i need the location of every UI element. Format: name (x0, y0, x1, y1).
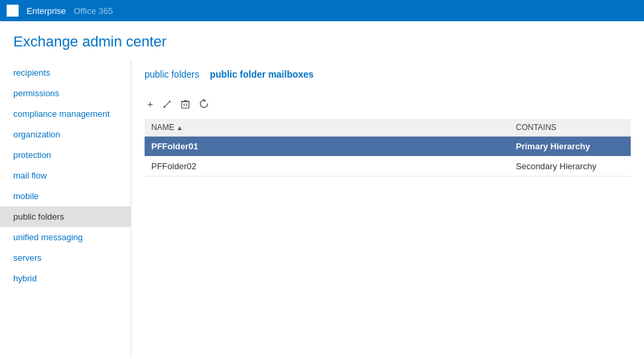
sidebar-item-hybrid[interactable]: hybrid (0, 268, 131, 289)
content-area: public folders public folder mailboxes + (131, 60, 644, 358)
table-header-row: NAME ▲ CONTAINS (145, 119, 631, 137)
table-row[interactable]: PFFolder01 Primary Hierarchy (145, 137, 631, 157)
sidebar-item-public-folders[interactable]: public folders (0, 206, 131, 227)
svg-rect-1 (13, 5, 18, 10)
sidebar-item-protection[interactable]: protection (0, 145, 131, 165)
sidebar-item-permissions[interactable]: permissions (0, 83, 131, 104)
svg-rect-3 (13, 11, 18, 16)
topbar: Enterprise Office 365 (0, 0, 644, 21)
column-header-contains[interactable]: CONTAINS (509, 119, 631, 137)
refresh-button[interactable] (196, 98, 212, 110)
toolbar: + (145, 88, 631, 116)
sidebar-item-organization[interactable]: organization (0, 124, 131, 145)
svg-rect-4 (182, 102, 189, 108)
svg-rect-0 (7, 5, 12, 10)
sidebar-item-recipients[interactable]: recipients (0, 62, 131, 83)
sort-arrow-icon: ▲ (176, 124, 183, 131)
topbar-office365: Office 365 (74, 6, 113, 16)
sidebar-item-mobile[interactable]: mobile (0, 186, 131, 206)
sidebar-item-mail-flow[interactable]: mail flow (0, 165, 131, 186)
add-button[interactable]: + (145, 97, 156, 111)
cell-name: PFFolder01 (145, 137, 509, 157)
tab-public-folders[interactable]: public folders (145, 69, 200, 81)
main-layout: recipients permissions compliance manage… (0, 60, 644, 358)
office-logo (7, 5, 19, 17)
sidebar-item-unified-messaging[interactable]: unified messaging (0, 227, 131, 248)
topbar-enterprise: Enterprise (27, 6, 66, 16)
edit-button[interactable] (160, 98, 174, 110)
table-row[interactable]: PFFolder02 Secondary Hierarchy (145, 157, 631, 177)
cell-contains: Primary Hierarchy (509, 137, 631, 157)
tab-bar: public folders public folder mailboxes (145, 60, 631, 88)
tab-public-folder-mailboxes[interactable]: public folder mailboxes (210, 69, 314, 81)
column-header-name[interactable]: NAME ▲ (145, 119, 509, 137)
delete-button[interactable] (178, 98, 192, 110)
sidebar-item-servers[interactable]: servers (0, 248, 131, 268)
svg-rect-2 (7, 11, 12, 16)
mailboxes-table: NAME ▲ CONTAINS PFFolder01 Primary Hiera… (145, 119, 631, 177)
cell-name: PFFolder02 (145, 157, 509, 177)
sidebar-item-compliance-management[interactable]: compliance management (0, 104, 131, 124)
cell-contains: Secondary Hierarchy (509, 157, 631, 177)
page-title: Exchange admin center (0, 21, 644, 60)
sidebar: recipients permissions compliance manage… (0, 60, 131, 358)
